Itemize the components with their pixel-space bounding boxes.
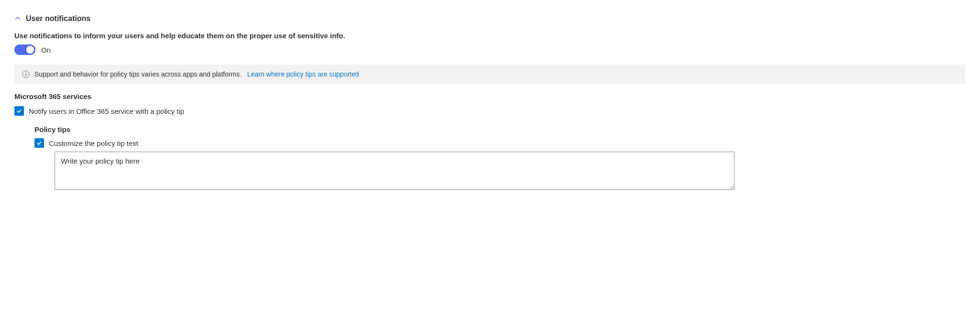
customize-policy-tip-checkbox[interactable] (34, 138, 44, 148)
policy-tips-title: Policy tips (34, 125, 966, 133)
notify-users-checkbox[interactable] (14, 106, 24, 116)
chevron-up-icon (14, 15, 21, 22)
section-title: User notifications (26, 14, 90, 23)
section-header-user-notifications[interactable]: User notifications (14, 14, 966, 23)
info-text: Support and behavior for policy tips var… (34, 70, 359, 78)
policy-tip-textarea-wrap (34, 152, 966, 191)
section-description: Use notifications to inform your users a… (14, 32, 966, 40)
policy-tips-section: Policy tips Customize the policy tip tex… (14, 125, 966, 191)
notifications-toggle[interactable] (14, 44, 35, 55)
svg-point-1 (25, 72, 26, 73)
customize-policy-tip-label: Customize the policy tip text (49, 139, 138, 147)
subsection-title-m365: Microsoft 365 services (14, 92, 966, 100)
info-icon (22, 70, 30, 78)
toggle-state-label: On (41, 46, 51, 54)
toggle-thumb (26, 46, 34, 54)
svg-rect-2 (25, 74, 26, 76)
checkbox-row-customize: Customize the policy tip text (34, 138, 966, 148)
checkbox-row-notify-users: Notify users in Office 365 service with … (14, 106, 966, 116)
info-text-content: Support and behavior for policy tips var… (34, 70, 242, 78)
policy-tip-textarea[interactable] (55, 152, 734, 190)
notify-users-label: Notify users in Office 365 service with … (29, 107, 184, 115)
notifications-toggle-row: On (14, 44, 966, 55)
info-bar: Support and behavior for policy tips var… (14, 65, 966, 84)
info-link[interactable]: Learn where policy tips are supported (247, 70, 359, 78)
